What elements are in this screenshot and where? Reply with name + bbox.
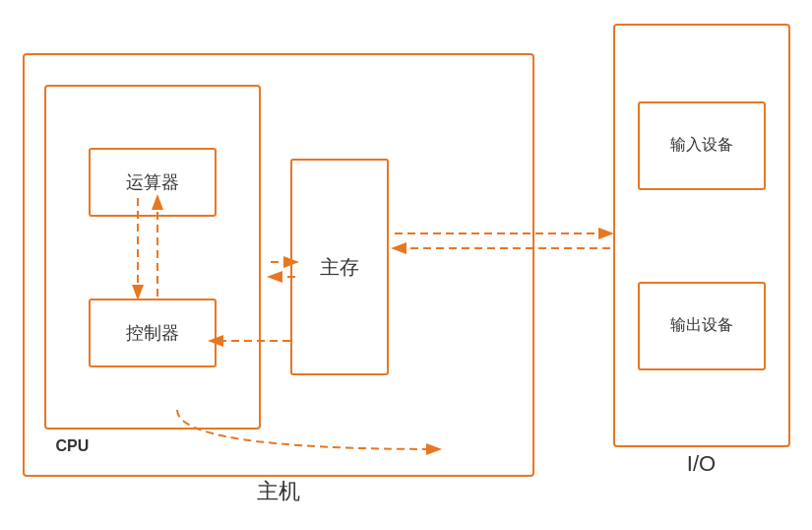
controller-box: 控制器	[89, 298, 217, 367]
input-device-box: 输入设备	[638, 101, 766, 190]
alu-label: 运算器	[126, 170, 179, 194]
io-label: I/O	[687, 451, 716, 477]
host-box: 主机 运算器 控制器 CPU 主存	[23, 53, 534, 477]
cpu-box: 运算器 控制器 CPU	[44, 85, 261, 430]
diagram-container: 主机 运算器 控制器 CPU 主存	[23, 24, 790, 506]
io-box: I/O 输入设备 输出设备	[613, 24, 790, 447]
cpu-label: CPU	[56, 437, 90, 455]
output-device-box: 输出设备	[638, 282, 766, 370]
memory-box: 主存	[290, 159, 389, 375]
alu-box: 运算器	[89, 148, 217, 217]
controller-label: 控制器	[126, 321, 179, 345]
output-device-label: 输出设备	[670, 314, 733, 336]
host-label: 主机	[257, 477, 300, 506]
memory-label: 主存	[320, 254, 359, 281]
input-device-label: 输入设备	[670, 134, 733, 156]
